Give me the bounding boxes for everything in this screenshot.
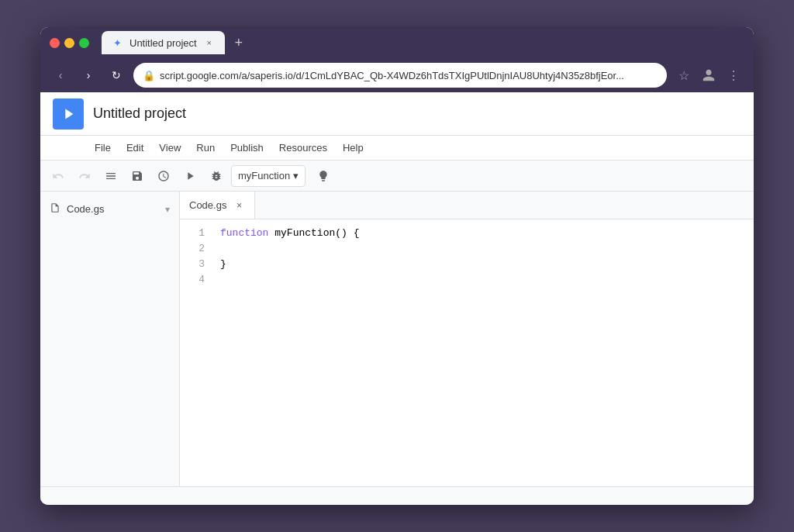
toolbar: myFunction ▾ <box>40 161 754 192</box>
line-num-2: 2 <box>180 241 211 257</box>
keyword-function: function <box>220 227 268 239</box>
menu-help[interactable]: Help <box>335 139 371 157</box>
debug-button[interactable] <box>205 164 228 188</box>
chevron-down-icon: ▾ <box>293 170 299 181</box>
line-numbers: 1 2 3 4 <box>180 219 211 486</box>
code-editor[interactable]: 1 2 3 4 function myFunction() { } <box>180 219 754 486</box>
hint-button[interactable] <box>312 164 335 188</box>
editor-tab-close-button[interactable]: × <box>233 199 245 212</box>
code-function-signature: myFunction() { <box>268 227 359 239</box>
new-tab-button[interactable]: + <box>228 32 250 54</box>
project-title: Untitled project <box>93 105 741 122</box>
sidebar: Code.gs ▾ <box>40 192 180 486</box>
main-content: Code.gs ▾ Code.gs × 1 2 3 4 f <box>40 192 754 486</box>
function-selector[interactable]: myFunction ▾ <box>231 165 306 187</box>
reload-button[interactable]: ↻ <box>105 64 127 86</box>
gas-logo <box>53 98 84 130</box>
file-chevron-icon: ▾ <box>165 204 170 215</box>
back-button[interactable]: ‹ <box>50 64 71 86</box>
redo-button[interactable] <box>73 164 96 188</box>
menu-file[interactable]: File <box>87 139 119 157</box>
menu-resources[interactable]: Resources <box>271 139 335 157</box>
browser-menu-button[interactable]: ⋮ <box>723 64 744 86</box>
maximize-window-button[interactable] <box>79 38 89 48</box>
menu-run[interactable]: Run <box>188 139 223 157</box>
line-num-3: 3 <box>180 257 211 272</box>
editor-tab-name: Code.gs <box>189 199 226 211</box>
menu-view[interactable]: View <box>151 139 188 157</box>
title-bar: ✦ Untitled project × + <box>40 27 754 58</box>
tab-favicon-icon: ✦ <box>111 36 123 49</box>
minimize-window-button[interactable] <box>64 38 74 48</box>
menu-edit[interactable]: Edit <box>119 139 151 157</box>
editor-area: Code.gs × 1 2 3 4 function myFunction() … <box>180 192 754 486</box>
lock-icon: 🔒 <box>143 70 155 81</box>
file-name: Code.gs <box>67 203 104 215</box>
file-icon <box>50 202 60 216</box>
format-button[interactable] <box>99 164 123 188</box>
sidebar-file-code-gs[interactable]: Code.gs ▾ <box>40 198 179 220</box>
run-button[interactable] <box>178 164 202 188</box>
undo-button[interactable] <box>47 164 70 188</box>
status-bar <box>40 486 754 505</box>
account-button[interactable] <box>698 64 720 86</box>
address-bar: ‹ › ↻ 🔒 script.google.com/a/saperis.io/d… <box>40 58 754 92</box>
save-button[interactable] <box>126 164 149 188</box>
close-window-button[interactable] <box>50 38 60 48</box>
tab-close-button[interactable]: × <box>203 36 216 49</box>
line-num-1: 1 <box>180 226 211 241</box>
code-closing-brace: } <box>220 258 226 270</box>
address-input[interactable]: 🔒 script.google.com/a/saperis.io/d/1CmLd… <box>133 63 667 88</box>
menu-publish[interactable]: Publish <box>223 139 271 157</box>
editor-tabs: Code.gs × <box>180 192 754 219</box>
tab-title: Untitled project <box>129 37 197 49</box>
line-num-4: 4 <box>180 272 211 288</box>
address-actions: ☆ ⋮ <box>673 64 744 86</box>
forward-button[interactable]: › <box>78 64 99 86</box>
traffic-lights <box>50 38 89 48</box>
gas-header: Untitled project <box>40 92 754 136</box>
bookmark-button[interactable]: ☆ <box>673 64 695 86</box>
browser-window: ✦ Untitled project × + ‹ › ↻ 🔒 script.go… <box>40 27 754 505</box>
active-tab[interactable]: ✦ Untitled project × <box>102 31 225 54</box>
code-content[interactable]: function myFunction() { } <box>211 219 754 486</box>
url-text: script.google.com/a/saperis.io/d/1CmLdYB… <box>160 70 658 81</box>
tab-area: ✦ Untitled project × + <box>102 31 744 54</box>
clock-button[interactable] <box>152 164 175 188</box>
menu-bar: File Edit View Run Publish Resources Hel… <box>40 136 754 161</box>
editor-tab-code-gs[interactable]: Code.gs × <box>180 192 255 219</box>
function-name: myFunction <box>238 170 290 181</box>
